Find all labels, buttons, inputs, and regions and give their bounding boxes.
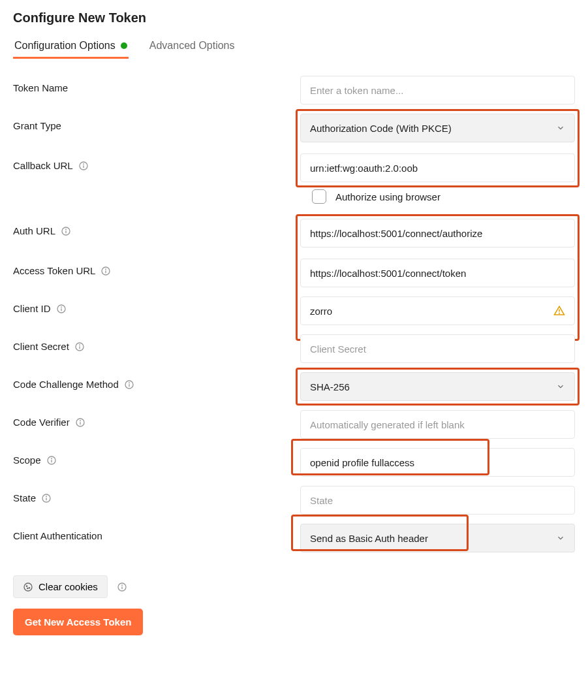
svg-point-5 — [66, 229, 67, 230]
label-token-name: Token Name — [13, 76, 287, 93]
row-authorize-browser: Authorize using browser — [312, 189, 575, 204]
row-client-auth: Client Authentication Send as Basic Auth… — [13, 519, 575, 557]
svg-point-29 — [24, 583, 32, 591]
code-challenge-select[interactable]: SHA-256 — [300, 372, 575, 401]
label-grant-type: Grant Type — [13, 114, 287, 131]
chevron-down-icon — [556, 123, 565, 133]
row-auth-url: Auth URL https://localhost:5001/connect/… — [13, 214, 575, 254]
info-icon[interactable] — [46, 455, 57, 466]
info-icon[interactable] — [61, 226, 71, 236]
label-state: State — [13, 492, 36, 503]
svg-point-31 — [29, 587, 29, 588]
row-code-verifier: Code Verifier Automatically generated if… — [13, 406, 575, 443]
cookie-icon — [23, 582, 33, 592]
label-code-challenge: Code Challenge Method — [13, 379, 119, 390]
label-callback-url: Callback URL — [13, 160, 73, 171]
callback-url-input[interactable]: urn:ietf:wg:oauth:2.0:oob — [300, 153, 575, 182]
info-icon[interactable] — [75, 417, 85, 428]
access-token-url-input[interactable]: https://localhost:5001/connect/token — [300, 259, 575, 287]
get-new-access-token-button[interactable]: Get New Access Token — [13, 609, 143, 635]
grant-type-select[interactable]: Authorization Code (With PKCE) — [300, 114, 575, 142]
svg-point-19 — [129, 383, 129, 383]
label-scope: Scope — [13, 454, 41, 466]
warning-icon — [553, 305, 565, 317]
info-icon[interactable] — [101, 266, 111, 276]
select-value: Authorization Code (With PKCE) — [310, 123, 452, 134]
svg-point-13 — [559, 313, 560, 313]
tab-label: Advanced Options — [149, 40, 235, 52]
svg-point-25 — [51, 458, 52, 459]
info-icon[interactable] — [124, 379, 134, 390]
info-icon[interactable] — [41, 493, 52, 503]
tabs: Configuration Options Advanced Options — [13, 36, 575, 58]
row-callback-url: Callback URL urn:ietf:wg:oauth:2.0:oob — [13, 149, 575, 187]
row-token-name: Token Name Enter a token name... — [13, 71, 575, 109]
row-state: State State — [13, 481, 575, 519]
code-verifier-input[interactable]: Automatically generated if left blank — [300, 410, 575, 439]
tab-label: Configuration Options — [14, 40, 116, 52]
svg-point-32 — [27, 588, 28, 588]
svg-point-35 — [122, 585, 123, 586]
row-grant-type: Grant Type Authorization Code (With PKCE… — [13, 109, 575, 149]
svg-point-16 — [80, 345, 80, 345]
client-auth-select[interactable]: Send as Basic Auth header — [300, 524, 575, 552]
page-title: Configure New Token — [13, 10, 575, 25]
row-client-secret: Client Secret Client Secret — [13, 330, 575, 368]
svg-point-22 — [80, 421, 80, 421]
label-client-secret: Client Secret — [13, 341, 69, 352]
info-icon[interactable] — [74, 342, 85, 352]
info-icon[interactable] — [117, 582, 127, 592]
chevron-down-icon — [556, 382, 565, 391]
footer-actions: Clear cookies Get New Access Token — [13, 575, 575, 635]
label-code-verifier: Code Verifier — [13, 417, 70, 428]
label-client-id: Client ID — [13, 303, 51, 314]
row-scope: Scope openid profile fullaccess — [13, 443, 575, 481]
clear-cookies-label: Clear cookies — [39, 581, 98, 592]
info-icon[interactable] — [78, 161, 89, 171]
row-code-challenge: Code Challenge Method SHA-256 — [13, 368, 575, 406]
select-value: Send as Basic Auth header — [310, 533, 428, 544]
svg-point-2 — [83, 164, 84, 165]
authorize-browser-checkbox[interactable] — [312, 189, 326, 204]
clear-cookies-button[interactable]: Clear cookies — [13, 575, 108, 598]
tab-configuration-options[interactable]: Configuration Options — [13, 36, 129, 58]
info-icon[interactable] — [56, 304, 67, 314]
svg-point-28 — [46, 496, 47, 497]
client-secret-input[interactable]: Client Secret — [300, 334, 575, 363]
client-id-input[interactable]: zorro — [300, 296, 575, 325]
chevron-down-icon — [556, 533, 565, 543]
client-id-value: zorro — [310, 306, 332, 317]
svg-point-11 — [61, 307, 61, 308]
status-dot-icon — [121, 42, 127, 49]
tab-advanced-options[interactable]: Advanced Options — [148, 36, 236, 58]
token-name-input[interactable]: Enter a token name... — [300, 76, 575, 104]
authorize-browser-label: Authorize using browser — [335, 191, 441, 202]
select-value: SHA-256 — [310, 381, 350, 392]
label-access-token-url: Access Token URL — [13, 265, 95, 276]
highlight-box: SHA-256 — [296, 368, 580, 406]
row-client-id: Client ID zorro — [13, 292, 575, 330]
svg-point-30 — [26, 586, 27, 586]
state-input[interactable]: State — [300, 486, 575, 515]
row-access-token-url: Access Token URL https://localhost:5001/… — [13, 254, 575, 292]
svg-point-8 — [106, 269, 106, 270]
label-client-auth: Client Authentication — [13, 530, 102, 541]
scope-input[interactable]: openid profile fullaccess — [300, 448, 575, 477]
auth-url-input[interactable]: https://localhost:5001/connect/authorize — [300, 219, 575, 247]
label-auth-url: Auth URL — [13, 225, 55, 236]
